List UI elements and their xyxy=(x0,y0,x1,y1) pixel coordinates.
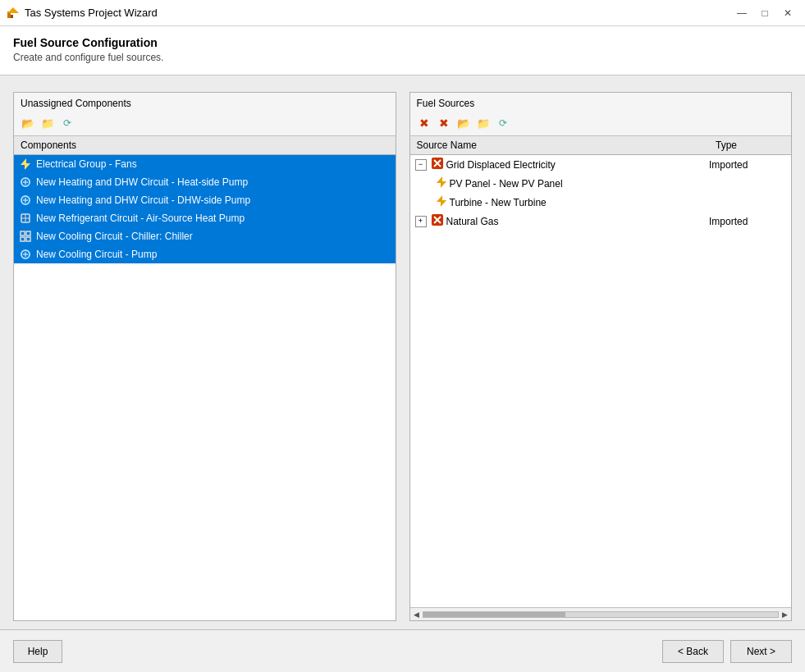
list-item[interactable]: New Heating and DHW Circuit - DHW-side P… xyxy=(14,191,396,209)
scroll-right-arrow[interactable]: ▶ xyxy=(780,610,789,619)
open-folder-btn-2[interactable]: 📂 xyxy=(455,114,473,132)
fuel-sources-panel-title: Fuel Sources xyxy=(410,93,792,112)
fuel-source-type: Imported xyxy=(709,159,791,171)
tree-child-row[interactable]: Turbine - New Turbine xyxy=(410,193,792,212)
svg-marker-23 xyxy=(437,176,446,188)
svg-rect-15 xyxy=(21,237,25,241)
horizontal-scrollbar[interactable]: ◀ ▶ xyxy=(410,607,792,620)
refresh-icon: ⟳ xyxy=(63,117,71,129)
components-list-header: Components xyxy=(14,136,396,155)
list-item[interactable]: New Refrigerant Circuit - Air-Source Hea… xyxy=(14,209,396,227)
scroll-thumb[interactable] xyxy=(423,612,565,617)
svg-rect-16 xyxy=(26,237,30,241)
refresh-icon-2: ⟳ xyxy=(499,117,507,129)
svg-rect-2 xyxy=(11,15,13,18)
tree-row[interactable]: −Grid Displaced ElectricityImported xyxy=(410,155,792,174)
tree-child-name: PV Panel - New PV Panel xyxy=(410,176,710,190)
maximize-button[interactable]: □ xyxy=(754,2,775,24)
fuel-sources-panel: Fuel Sources ✖ ✖ 📂 📁 ⟳ Source Name Type … xyxy=(409,92,793,621)
heat-icon xyxy=(19,176,32,189)
next-button[interactable]: Next > xyxy=(730,640,792,663)
fuel-sources-tree[interactable]: −Grid Displaced ElectricityImportedPV Pa… xyxy=(410,155,792,607)
folder-closed-icon: 📁 xyxy=(41,117,54,130)
help-button[interactable]: Help xyxy=(13,640,62,663)
page-title: Fuel Source Configuration xyxy=(13,36,792,49)
tree-child-row[interactable]: PV Panel - New PV Panel xyxy=(410,174,792,193)
list-item-label: Electrical Group - Fans xyxy=(36,158,137,170)
main-content: Unassigned Components 📂 📁 ⟳ Components E… xyxy=(0,75,805,629)
list-item[interactable]: New Cooling Circuit - Chiller: Chiller xyxy=(14,227,396,245)
tree-child-name: Turbine - New Turbine xyxy=(410,195,710,209)
list-item[interactable]: Electrical Group - Fans xyxy=(14,155,396,173)
list-item-label: New Cooling Circuit - Pump xyxy=(36,249,157,260)
cool-icon xyxy=(19,212,32,225)
heat-icon xyxy=(19,194,32,207)
window-title: Tas Systems Project Wizard xyxy=(25,7,158,19)
list-item[interactable]: New Cooling Circuit - Pump xyxy=(14,245,396,263)
folder-open-icon-2: 📂 xyxy=(457,117,470,130)
header-area: Fuel Source Configuration Create and con… xyxy=(0,26,805,75)
footer-right: < Back Next > xyxy=(662,640,792,663)
fuel-source-label: Grid Displaced Electricity xyxy=(446,159,556,171)
tree-row-name: +Natural Gas xyxy=(410,214,710,228)
tree-header: Source Name Type xyxy=(410,136,792,155)
col-source-name: Source Name xyxy=(410,136,710,154)
delete-btn-2[interactable]: ✖ xyxy=(435,114,453,132)
list-item[interactable]: New Heating and DHW Circuit - Heat-side … xyxy=(14,173,396,191)
list-item-label: New Cooling Circuit - Chiller: Chiller xyxy=(36,231,193,242)
app-icon xyxy=(7,7,20,20)
svg-marker-24 xyxy=(437,195,446,207)
open-folder-button[interactable]: 📂 xyxy=(19,114,37,132)
fuel-source-icon xyxy=(432,214,443,228)
child-label: Turbine - New Turbine xyxy=(450,197,547,208)
minimize-button[interactable]: — xyxy=(731,2,752,24)
tree-row[interactable]: +Natural GasImported xyxy=(410,212,792,231)
grid-icon xyxy=(19,230,32,243)
tree-row-name: −Grid Displaced Electricity xyxy=(410,158,710,171)
title-bar: Tas Systems Project Wizard — □ ✕ xyxy=(0,0,805,26)
heat-icon xyxy=(19,248,32,261)
delete-btn-1[interactable]: ✖ xyxy=(415,114,433,132)
fuel-sources-toolbar: ✖ ✖ 📂 📁 ⟳ xyxy=(410,112,792,136)
page-subtitle: Create and configure fuel sources. xyxy=(13,52,792,63)
svg-marker-3 xyxy=(21,158,30,170)
delete-icon-2: ✖ xyxy=(439,117,449,130)
child-label: PV Panel - New PV Panel xyxy=(450,178,563,190)
fuel-source-type: Imported xyxy=(709,216,791,227)
child-icon xyxy=(437,195,446,209)
folder-open-icon: 📂 xyxy=(21,117,34,130)
expand-button[interactable]: + xyxy=(415,216,427,227)
refresh-button[interactable]: ⟳ xyxy=(58,114,76,132)
window-controls: — □ ✕ xyxy=(731,2,798,24)
fuel-source-icon xyxy=(432,158,443,171)
back-button[interactable]: < Back xyxy=(662,640,724,663)
svg-rect-13 xyxy=(21,231,25,235)
delete-icon-1: ✖ xyxy=(419,117,429,130)
unassigned-panel-title: Unassigned Components xyxy=(14,93,396,112)
refresh-btn-2[interactable]: ⟳ xyxy=(494,114,512,132)
close-folder-btn-2[interactable]: 📁 xyxy=(474,114,492,132)
unassigned-toolbar: 📂 📁 ⟳ xyxy=(14,112,396,136)
unassigned-panel: Unassigned Components 📂 📁 ⟳ Components E… xyxy=(13,92,396,621)
close-folder-button[interactable]: 📁 xyxy=(39,114,57,132)
list-item-label: New Heating and DHW Circuit - DHW-side P… xyxy=(36,194,250,206)
footer-left: Help xyxy=(13,640,62,663)
svg-rect-14 xyxy=(26,231,30,235)
close-button[interactable]: ✕ xyxy=(777,2,798,24)
child-icon xyxy=(437,176,446,190)
list-item-label: New Heating and DHW Circuit - Heat-side … xyxy=(36,176,248,188)
col-type: Type xyxy=(709,136,791,154)
list-item-label: New Refrigerant Circuit - Air-Source Hea… xyxy=(36,213,245,224)
svg-marker-1 xyxy=(7,7,19,13)
bolt-icon xyxy=(19,158,32,171)
fuel-source-label: Natural Gas xyxy=(446,216,499,227)
footer: Help < Back Next > xyxy=(0,629,805,672)
expand-button[interactable]: − xyxy=(415,159,427,171)
folder-closed-icon-2: 📁 xyxy=(477,117,490,130)
components-list[interactable]: Electrical Group - FansNew Heating and D… xyxy=(14,155,396,620)
scroll-track[interactable] xyxy=(423,611,780,618)
scroll-left-arrow[interactable]: ◀ xyxy=(412,610,421,619)
